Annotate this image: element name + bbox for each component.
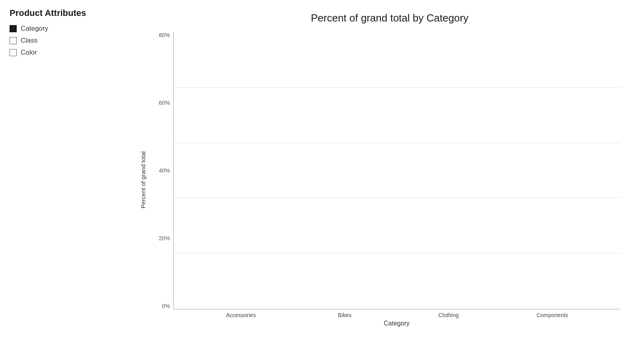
chart-wrapper: Percent of grand total 0% 20% 40% 60% 80… <box>135 32 620 327</box>
x-tick-bikes: Bikes <box>321 312 369 318</box>
x-tick-accessories: Accessories <box>217 312 265 318</box>
bars-container <box>174 32 620 309</box>
chart-plot: 0% 20% 40% 60% 80% <box>151 32 620 310</box>
y-axis: 0% 20% 40% 60% 80% <box>151 32 173 310</box>
y-tick-60: 60% <box>151 100 173 106</box>
chart-area: Percent of grand total by Category Perce… <box>127 0 644 347</box>
y-axis-label-container: Percent of grand total <box>135 32 151 327</box>
y-tick-40: 40% <box>151 168 173 173</box>
x-axis: Accessories Bikes Clothing Components <box>173 310 620 318</box>
x-tick-clothing: Clothing <box>425 312 472 318</box>
y-tick-80: 80% <box>151 32 173 38</box>
chart-inner: 0% 20% 40% 60% 80% <box>151 32 620 327</box>
x-axis-label: Category <box>173 320 620 327</box>
legend-item-class[interactable]: Class <box>10 37 118 45</box>
legend-swatch-class <box>10 37 17 44</box>
legend-label-class: Class <box>21 37 38 45</box>
y-axis-label: Percent of grand total <box>140 151 147 208</box>
legend-label-color: Color <box>21 49 37 57</box>
y-tick-20: 20% <box>151 235 173 241</box>
legend-swatch-color <box>10 49 17 56</box>
chart-body <box>173 32 620 310</box>
sidebar-title: Product Attributes <box>10 8 118 18</box>
legend-label-category: Category <box>21 25 48 33</box>
legend-swatch-category <box>10 25 17 32</box>
legend-item-category[interactable]: Category <box>10 25 118 33</box>
chart-title: Percent of grand total by Category <box>135 12 620 24</box>
sidebar: Product Attributes Category Class Color <box>0 0 127 347</box>
x-tick-components: Components <box>529 312 576 318</box>
y-tick-0: 0% <box>151 303 173 309</box>
legend-item-color[interactable]: Color <box>10 49 118 57</box>
